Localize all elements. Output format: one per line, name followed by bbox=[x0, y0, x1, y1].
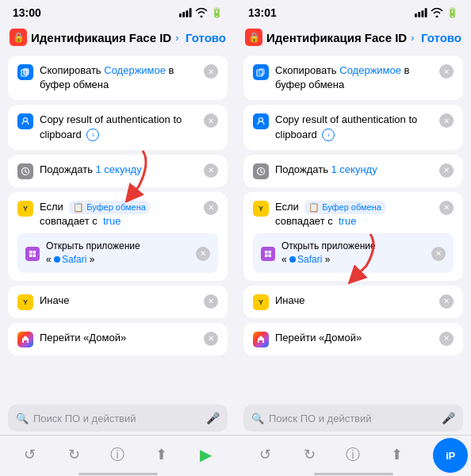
svg-rect-13 bbox=[415, 13, 417, 17]
status-icons-left: 🔋 bbox=[179, 7, 223, 18]
wait-text-left: Подождать 1 секунду bbox=[40, 163, 197, 177]
undo-icon-right[interactable]: ↺ bbox=[254, 443, 278, 466]
copy-auth-card-right[interactable]: Copy result of authentication to clipboa… bbox=[243, 105, 463, 149]
info-icon-right[interactable]: ⓘ bbox=[341, 443, 365, 466]
home-bar-left bbox=[78, 473, 158, 475]
svg-rect-0 bbox=[179, 13, 182, 17]
home-icon-left bbox=[17, 332, 33, 347]
scroll-area-left: Скопировать Содержимое в буфер обмена ✕ … bbox=[0, 52, 236, 400]
home-icon-right bbox=[253, 332, 269, 347]
header-chevron-left[interactable]: › bbox=[175, 32, 178, 44]
wifi-icon-right bbox=[431, 8, 443, 17]
wait-card-left[interactable]: Подождать 1 секунду ✕ bbox=[8, 155, 228, 187]
wait-text-right: Подождать 1 секунду bbox=[275, 163, 433, 177]
header-left: 🔒 Идентификация Face ID › Готово bbox=[0, 25, 236, 52]
app-icon-right bbox=[261, 247, 275, 261]
auth-icon-left bbox=[17, 113, 33, 129]
right-panel: 13:01 🔋 🔒 Идентификация Face ID › Готово bbox=[236, 0, 471, 476]
close-btn-3-right[interactable]: ✕ bbox=[439, 163, 454, 178]
done-button-right[interactable]: Готово bbox=[421, 31, 461, 44]
if-card-right[interactable]: Y Если 📋 Буфер обмена совпадает с true ✕… bbox=[243, 192, 463, 281]
if-icon-right: Y bbox=[253, 201, 269, 217]
close-btn-4-left[interactable]: ✕ bbox=[204, 201, 218, 215]
search-bar-left[interactable]: 🔍 Поиск ПО и действий 🎤 bbox=[8, 405, 228, 432]
close-btn-1-left[interactable]: ✕ bbox=[204, 64, 218, 79]
svg-rect-9 bbox=[29, 251, 33, 254]
close-btn-else-left[interactable]: ✕ bbox=[204, 294, 218, 309]
share-icon-right[interactable]: ⬆ bbox=[385, 443, 409, 466]
else-text-right: Иначе bbox=[275, 294, 433, 308]
search-icon-right: 🔍 bbox=[251, 413, 264, 424]
header-title-right: Идентификация Face ID bbox=[266, 31, 407, 44]
mic-icon-right[interactable]: 🎤 bbox=[442, 412, 455, 424]
wifi-icon bbox=[195, 8, 208, 17]
close-btn-home-right[interactable]: ✕ bbox=[439, 332, 454, 346]
copy-auth-text-right: Copy result of authentication to clipboa… bbox=[275, 113, 433, 141]
redo-icon-right[interactable]: ↻ bbox=[297, 443, 321, 466]
copy-auth-card-left[interactable]: Copy result of authentication to clipboa… bbox=[8, 105, 228, 149]
status-bar-left: 13:00 🔋 bbox=[0, 0, 236, 25]
info-icon-left[interactable]: ⓘ bbox=[105, 443, 129, 466]
close-btn-2-right[interactable]: ✕ bbox=[439, 113, 454, 128]
status-bar-right: 13:01 🔋 bbox=[236, 0, 471, 25]
svg-rect-15 bbox=[421, 10, 423, 17]
open-app-sub-left[interactable]: Открыть приложение« Safari » ✕ bbox=[17, 233, 218, 273]
play-icon-left[interactable]: ▶ bbox=[193, 443, 217, 466]
close-btn-3-left[interactable]: ✕ bbox=[204, 163, 218, 178]
go-home-card-left[interactable]: Перейти «Домой» ✕ bbox=[8, 323, 228, 355]
search-bar-right[interactable]: 🔍 Поиск ПО и действий 🎤 bbox=[243, 405, 463, 432]
copy-content-text-right: Скопировать Содержимое в буфер обмена bbox=[275, 63, 433, 92]
face-id-icon-right: 🔒 bbox=[245, 29, 262, 46]
close-btn-2-left[interactable]: ✕ bbox=[204, 113, 218, 128]
redo-icon-left[interactable]: ↻ bbox=[62, 443, 86, 466]
copy-auth-text-left: Copy result of authentication to clipboa… bbox=[40, 113, 197, 141]
scroll-area-right: Скопировать Содержимое в буфер обмена ✕ … bbox=[236, 52, 471, 400]
svg-rect-11 bbox=[29, 254, 33, 257]
go-home-card-right[interactable]: Перейти «Домой» ✕ bbox=[243, 323, 463, 355]
open-app-sub-right[interactable]: Открыть приложение« Safari » ✕ bbox=[253, 233, 454, 273]
close-btn-else-right[interactable]: ✕ bbox=[439, 294, 454, 309]
toolbar-left: ↺ ↻ ⓘ ⬆ ▶ bbox=[0, 435, 236, 473]
share-icon-left[interactable]: ⬆ bbox=[150, 443, 174, 466]
else-card-right[interactable]: Y Иначе ✕ bbox=[243, 286, 463, 318]
open-app-text-left: Открыть приложение« Safari » bbox=[46, 240, 190, 267]
header-right: 🔒 Идентификация Face ID › Готово bbox=[236, 25, 471, 52]
left-panel: 13:00 🔋 🔒 Идентификация Face ID › bbox=[0, 0, 236, 476]
copy-content-card-right[interactable]: Скопировать Содержимое в буфер обмена ✕ bbox=[243, 56, 463, 100]
copy-content-card-left[interactable]: Скопировать Содержимое в буфер обмена ✕ bbox=[8, 56, 228, 100]
svg-rect-16 bbox=[425, 8, 427, 17]
wait-card-right[interactable]: Подождать 1 секунду ✕ bbox=[243, 155, 463, 187]
header-chevron-right[interactable]: › bbox=[411, 32, 414, 44]
svg-rect-12 bbox=[33, 254, 36, 257]
search-area-left: 🔍 Поиск ПО и действий 🎤 bbox=[0, 400, 236, 435]
if-card-left[interactable]: Y Если 📋 Буфер обмена совпадает с true ✕… bbox=[8, 192, 228, 281]
svg-rect-22 bbox=[269, 251, 272, 254]
svg-rect-24 bbox=[269, 254, 272, 257]
close-btn-sub-right[interactable]: ✕ bbox=[431, 247, 446, 261]
close-btn-sub-left[interactable]: ✕ bbox=[196, 247, 210, 261]
else-text-left: Иначе bbox=[40, 294, 197, 308]
mic-icon-left[interactable]: 🎤 bbox=[206, 412, 220, 424]
svg-rect-14 bbox=[418, 12, 420, 17]
else-icon-left: Y bbox=[17, 294, 33, 310]
home-indicator-left bbox=[0, 473, 236, 476]
app-icon-left bbox=[25, 247, 40, 261]
close-btn-home-left[interactable]: ✕ bbox=[204, 332, 218, 346]
battery-icon: 🔋 bbox=[211, 7, 223, 18]
search-area-right: 🔍 Поиск ПО и действий 🎤 bbox=[236, 400, 471, 435]
svg-rect-23 bbox=[265, 254, 268, 257]
done-button-left[interactable]: Готово bbox=[186, 31, 226, 44]
else-icon-right: Y bbox=[253, 294, 269, 310]
close-btn-1-right[interactable]: ✕ bbox=[439, 64, 454, 79]
ip-badge: iP bbox=[433, 438, 468, 473]
wait-icon-left bbox=[17, 163, 33, 179]
status-icons-right: 🔋 bbox=[415, 7, 458, 18]
header-left-content: 🔒 Идентификация Face ID › bbox=[10, 29, 179, 46]
copy-icon-right bbox=[253, 64, 269, 80]
close-btn-4-right[interactable]: ✕ bbox=[439, 201, 454, 215]
svg-rect-1 bbox=[182, 12, 185, 17]
else-card-left[interactable]: Y Иначе ✕ bbox=[8, 286, 228, 318]
undo-icon-left[interactable]: ↺ bbox=[18, 443, 42, 466]
go-home-text-left: Перейти «Домой» bbox=[40, 331, 197, 345]
if-text-left: Если 📋 Буфер обмена совпадает с true bbox=[40, 200, 197, 229]
